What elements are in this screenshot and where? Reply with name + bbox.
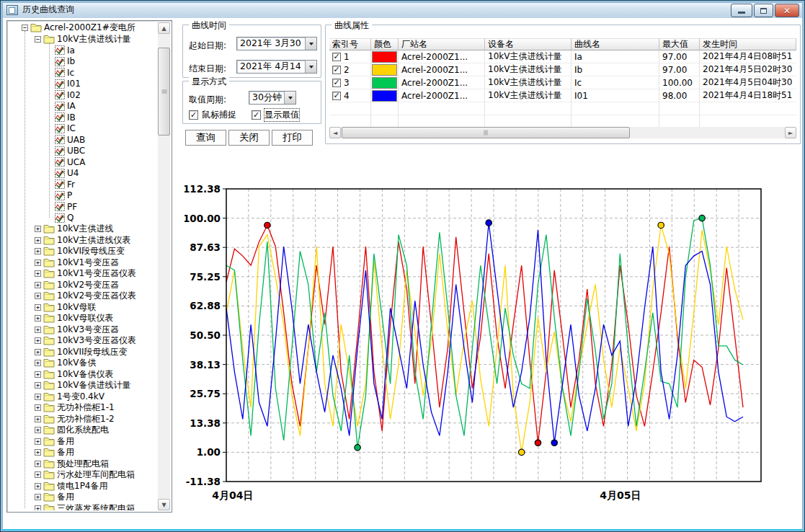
period-select[interactable]: 30分钟 bbox=[249, 91, 296, 105]
table-scroll-thumb[interactable] bbox=[342, 127, 630, 138]
table-header-cell[interactable]: 发生时间 bbox=[700, 38, 796, 50]
row-checkbox[interactable]: ✓ bbox=[332, 53, 341, 61]
tree-expand-icon[interactable]: + bbox=[35, 438, 41, 445]
tree-expand-icon[interactable]: + bbox=[35, 449, 41, 456]
tree-item[interactable]: UBC bbox=[9, 146, 158, 157]
tree-item[interactable]: +固化系统配电 bbox=[9, 425, 158, 436]
table-horizontal-scrollbar[interactable]: ◄ ► bbox=[329, 127, 796, 138]
print-button[interactable]: 打印 bbox=[272, 130, 313, 146]
tree-expand-icon[interactable]: + bbox=[35, 337, 41, 344]
table-header-cell[interactable]: 索引号 bbox=[329, 38, 371, 50]
tree-expand-icon[interactable]: + bbox=[35, 416, 41, 422]
row-checkbox[interactable]: ✓ bbox=[332, 66, 341, 74]
tree-item[interactable]: +馈电1P4备用 bbox=[9, 481, 158, 492]
tree-item[interactable]: +污水处理车间配电箱 bbox=[9, 469, 158, 481]
tree-expand-icon[interactable]: + bbox=[35, 394, 41, 400]
tree-item[interactable]: I02 bbox=[9, 89, 158, 101]
tree-item[interactable]: +10kV主供进线仪表 bbox=[9, 235, 158, 247]
tree-item[interactable]: −10kV主供进线计量 bbox=[9, 34, 158, 45]
tree-item[interactable]: UAB bbox=[9, 134, 158, 146]
tree-item[interactable]: −Acrel-2000Z1#变电所 bbox=[9, 22, 158, 34]
tree-expand-icon[interactable]: − bbox=[22, 25, 28, 31]
table-row[interactable]: ✓2Acrel-2000Z1...10kV主供进线计量Ib97.002021年4… bbox=[329, 63, 796, 76]
tree-item[interactable]: Ic bbox=[9, 67, 158, 79]
minimize-button[interactable] bbox=[731, 4, 752, 17]
tree-expand-icon[interactable]: + bbox=[35, 248, 41, 254]
tree-item[interactable]: +备用 bbox=[9, 436, 158, 448]
tree-expand-icon[interactable]: + bbox=[35, 471, 41, 478]
tree-item[interactable]: U4 bbox=[9, 168, 158, 179]
tree-item[interactable]: +10kV3号变压器 bbox=[9, 324, 158, 336]
tree-item[interactable]: IA bbox=[9, 101, 158, 112]
scroll-right-button[interactable]: ► bbox=[785, 127, 796, 138]
tree-expand-icon[interactable]: + bbox=[35, 315, 41, 322]
close-button[interactable]: ✕ bbox=[775, 4, 799, 17]
tree-item[interactable]: +预处理配电箱 bbox=[9, 458, 158, 470]
tree-expand-icon[interactable]: + bbox=[35, 360, 41, 366]
tree-item[interactable]: +10kV母联仪表 bbox=[9, 313, 158, 324]
tree-expand-icon[interactable]: + bbox=[35, 260, 41, 266]
tree-expand-icon[interactable]: + bbox=[35, 494, 41, 500]
tree-item[interactable]: Ib bbox=[9, 56, 158, 68]
table-row[interactable] bbox=[329, 102, 796, 115]
tree-item[interactable]: Fr bbox=[9, 179, 158, 190]
mouse-capture-checkbox[interactable]: ✓ 鼠标捕捉 bbox=[189, 109, 236, 121]
tree-expand-icon[interactable]: + bbox=[35, 371, 41, 378]
tree-expand-icon[interactable]: + bbox=[35, 282, 41, 288]
start-date-picker[interactable]: 2021年 3月30 bbox=[236, 37, 317, 50]
query-button[interactable]: 查询 bbox=[185, 130, 226, 146]
tree-item[interactable]: UCA bbox=[9, 156, 158, 168]
start-date-dropdown-button[interactable] bbox=[305, 37, 316, 50]
tree-expand-icon[interactable]: + bbox=[35, 382, 41, 389]
table-row[interactable]: ✓3Acrel-2000Z1...10kV主供进线计量Ic100.002021年… bbox=[329, 76, 796, 89]
tree-item[interactable]: +1号变0.4kV bbox=[9, 391, 158, 403]
period-dropdown-button[interactable] bbox=[284, 92, 295, 104]
tree-item[interactable]: Q bbox=[9, 213, 158, 224]
tree-expand-icon[interactable]: + bbox=[35, 349, 41, 355]
tree-item[interactable]: +10kVI段母线压变 bbox=[9, 246, 158, 257]
tree-item[interactable]: +三效蒸发系统配电箱 bbox=[9, 503, 158, 511]
tree-expand-icon[interactable]: + bbox=[35, 237, 41, 244]
tree-item[interactable]: I01 bbox=[9, 79, 158, 90]
tree-item[interactable]: +10kV1号变压器仪表 bbox=[9, 268, 158, 280]
tree-expand-icon[interactable]: + bbox=[35, 304, 41, 311]
table-header-cell[interactable]: 最大值 bbox=[659, 38, 700, 50]
table-header-cell[interactable]: 曲线名 bbox=[571, 38, 659, 50]
table-row[interactable]: ✓4Acrel-2000Z1...10kV主供进线计量I0198.002021年… bbox=[329, 89, 796, 102]
tree-expand-icon[interactable]: + bbox=[35, 483, 41, 489]
tree-expand-icon[interactable]: + bbox=[35, 404, 41, 411]
tree-item[interactable]: PF bbox=[9, 201, 158, 213]
tree-expand-icon[interactable]: − bbox=[35, 36, 41, 43]
tree-item[interactable]: +10kV备供进线计量 bbox=[9, 380, 158, 391]
tree-item[interactable]: IB bbox=[9, 112, 158, 123]
tree-item[interactable]: Ia bbox=[9, 45, 158, 56]
history-curve-chart[interactable]: 112.38100.0087.6375.2562.8850.5038.1325.… bbox=[184, 166, 802, 517]
tree-item[interactable]: +备用 bbox=[9, 447, 158, 458]
row-checkbox[interactable]: ✓ bbox=[332, 79, 341, 87]
tree-scroll-thumb[interactable] bbox=[158, 48, 170, 136]
tree-vertical-scrollbar[interactable]: ▲ ▼ bbox=[158, 22, 170, 510]
end-date-picker[interactable]: 2021年 4月14 bbox=[236, 60, 317, 74]
maximize-button[interactable] bbox=[754, 4, 773, 17]
table-header-cell[interactable]: 设备名 bbox=[485, 38, 571, 50]
tree-item[interactable]: +10kV1号变压器 bbox=[9, 257, 158, 269]
tree-item[interactable]: +无功补偿柜1-2 bbox=[9, 414, 158, 425]
table-header-cell[interactable]: 厂站名 bbox=[399, 38, 485, 50]
tree-item[interactable]: IC bbox=[9, 123, 158, 135]
end-date-dropdown-button[interactable] bbox=[305, 61, 316, 73]
tree-item[interactable]: P bbox=[9, 190, 158, 202]
row-checkbox[interactable]: ✓ bbox=[332, 92, 341, 100]
tree-item[interactable]: +10kVII段母线压变 bbox=[9, 347, 158, 358]
table-row[interactable]: ✓1Acrel-2000Z1...10kV主供进线计量Ia97.002021年4… bbox=[329, 50, 796, 63]
tree-item[interactable]: +无功补偿柜1-1 bbox=[9, 402, 158, 414]
scroll-left-button[interactable]: ◄ bbox=[329, 127, 341, 138]
tree-expand-icon[interactable]: + bbox=[35, 427, 41, 433]
scroll-up-button[interactable]: ▲ bbox=[158, 22, 170, 34]
tree-expand-icon[interactable]: + bbox=[35, 270, 41, 277]
close-dialog-button[interactable]: 关闭 bbox=[228, 130, 270, 146]
title-bar[interactable]: 历史曲线查询 ✕ bbox=[1, 1, 804, 18]
scroll-down-button[interactable]: ▼ bbox=[158, 499, 170, 510]
device-tree[interactable]: −Acrel-2000Z1#变电所−10kV主供进线计量IaIbIcI01I02… bbox=[9, 22, 158, 510]
tree-item[interactable]: +10kV2号变压器 bbox=[9, 280, 158, 291]
table-header-cell[interactable]: 颜色 bbox=[371, 38, 399, 50]
